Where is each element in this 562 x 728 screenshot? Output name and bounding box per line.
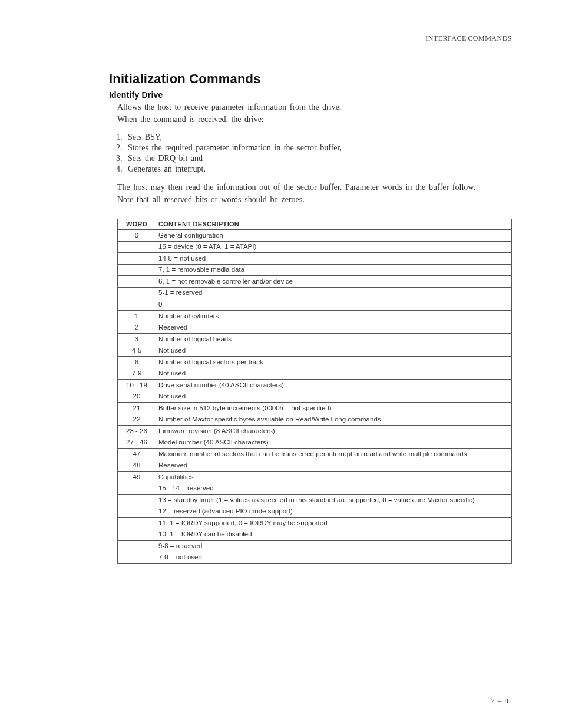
table-row: 2Reserved [118,322,512,334]
cell-word [118,264,156,276]
table-row: 4-5Not used [118,345,512,357]
cell-word [118,253,156,265]
cell-word [118,299,156,311]
table-row: 6Number of logical sectors per track [118,357,512,368]
cell-desc: Not used [156,368,512,380]
cell-word: 22 [118,414,156,426]
subhead-identify-drive: Identify Drive [109,90,512,100]
cell-desc: Number of cylinders [156,311,512,322]
identify-drive-table: WORD CONTENT DESCRIPTION 0General config… [117,219,512,564]
cell-word: 21 [118,403,156,414]
step-item: Sets BSY, [125,133,512,142]
cell-desc: General configuration [156,230,512,242]
intro-block: Allows the host to receive parameter inf… [117,102,512,126]
cell-desc: 5-1 = reserved [156,287,512,299]
cell-word: 4-5 [118,345,156,357]
cell-word: 6 [118,357,156,368]
table-row: 12 = reserved (advanced PIO mode support… [118,506,512,518]
cell-desc: Capabilities [156,472,512,483]
col-header-word: WORD [118,219,156,230]
cell-word: 1 [118,311,156,322]
cell-word [118,541,156,552]
cell-word [118,552,156,564]
cell-desc: Reserved [156,322,512,334]
cell-desc: 15 - 14 = reserved [156,483,512,495]
cell-word: 23 - 26 [118,426,156,437]
cell-word [118,483,156,495]
table-header-row: WORD CONTENT DESCRIPTION [118,219,512,230]
cell-word [118,276,156,288]
cell-desc: 13 = standby timer (1 = values as specif… [156,495,512,506]
cell-desc: 10, 1 = IORDY can be disabled [156,529,512,541]
table-row: 10 - 19Drive serial number (40 ASCII cha… [118,380,512,391]
table-row: 13 = standby timer (1 = values as specif… [118,495,512,506]
cell-desc: 6, 1 = not removable controller and/or d… [156,276,512,288]
table-row: 23 - 26Firmware revision (8 ASCII charac… [118,426,512,437]
table-row: 9-8 = reserved [118,541,512,552]
cell-desc: 14-8 = not used [156,253,512,265]
cell-desc: Number of logical sectors per track [156,357,512,368]
table-row: 5-1 = reserved [118,287,512,299]
table-row: 20Not used [118,391,512,403]
cell-desc: 7-0 = not used [156,552,512,564]
cell-desc: 11, 1 = IORDY supported, 0 = IORDY may b… [156,518,512,529]
table-row: 15 - 14 = reserved [118,483,512,495]
intro-line: Allows the host to receive parameter inf… [117,102,512,113]
after-block: The host may then read the information o… [117,182,512,206]
cell-desc: 0 [156,299,512,311]
table-row: 11, 1 = IORDY supported, 0 = IORDY may b… [118,518,512,529]
cell-word [118,529,156,541]
cell-desc: Model number (40 ASCII characters) [156,437,512,449]
table-row: 21Buffer size in 512 byte increments (00… [118,403,512,414]
cell-word [118,241,156,253]
cell-desc: Maximum number of sectors that can be tr… [156,449,512,460]
after-line: Note that all reserved bits or words sho… [117,195,512,206]
cell-desc: Not used [156,345,512,357]
cell-word: 48 [118,460,156,472]
table-row: 7, 1 = removable media data [118,264,512,276]
cell-word [118,506,156,518]
cell-desc: 12 = reserved (advanced PIO mode support… [156,506,512,518]
cell-desc: Not used [156,391,512,403]
cell-word [118,495,156,506]
table-row: 47Maximum number of sectors that can be … [118,449,512,460]
col-header-desc: CONTENT DESCRIPTION [156,219,512,230]
cell-word: 20 [118,391,156,403]
table-row: 22Number of Maxtor specific bytes availa… [118,414,512,426]
table-row: 14-8 = not used [118,253,512,265]
after-line: The host may then read the information o… [117,182,512,193]
section-title: Initialization Commands [109,71,512,87]
page-number: 7 – 9 [491,696,509,706]
table-row: 7-0 = not used [118,552,512,564]
cell-desc: Drive serial number (40 ASCII characters… [156,380,512,391]
cell-desc: Firmware revision (8 ASCII characters) [156,426,512,437]
cell-word: 2 [118,322,156,334]
table-row: 3Number of logical heads [118,334,512,345]
table-row: 1Number of cylinders [118,311,512,322]
table-row: 27 - 46Model number (40 ASCII characters… [118,437,512,449]
table-row: 49Capabilities [118,472,512,483]
cell-word: 47 [118,449,156,460]
cell-desc: 15 = device (0 = ATA, 1 = ATAPI) [156,241,512,253]
table-row: 15 = device (0 = ATA, 1 = ATAPI) [118,241,512,253]
cell-desc: Number of logical heads [156,334,512,345]
page: INTERFACE COMMANDS Initialization Comman… [0,0,562,728]
cell-desc: 7, 1 = removable media data [156,264,512,276]
intro-line: When the command is received, the drive: [117,114,512,126]
cell-word: 0 [118,230,156,242]
table-row: 48Reserved [118,460,512,472]
table-row: 0General configuration [118,230,512,242]
cell-word: 49 [118,472,156,483]
cell-desc: Number of Maxtor specific bytes availabl… [156,414,512,426]
cell-word [118,287,156,299]
cell-desc: 9-8 = reserved [156,541,512,552]
table-body: 0General configuration15 = device (0 = A… [118,230,512,564]
cell-word: 27 - 46 [118,437,156,449]
running-head: INTERFACE COMMANDS [109,34,512,43]
steps-list: Sets BSY, Stores the required parameter … [125,133,512,174]
table-row: 7-9Not used [118,368,512,380]
cell-word: 7-9 [118,368,156,380]
table-row: 10, 1 = IORDY can be disabled [118,529,512,541]
cell-word: 3 [118,334,156,345]
step-item: Sets the DRQ bit and [125,154,512,163]
